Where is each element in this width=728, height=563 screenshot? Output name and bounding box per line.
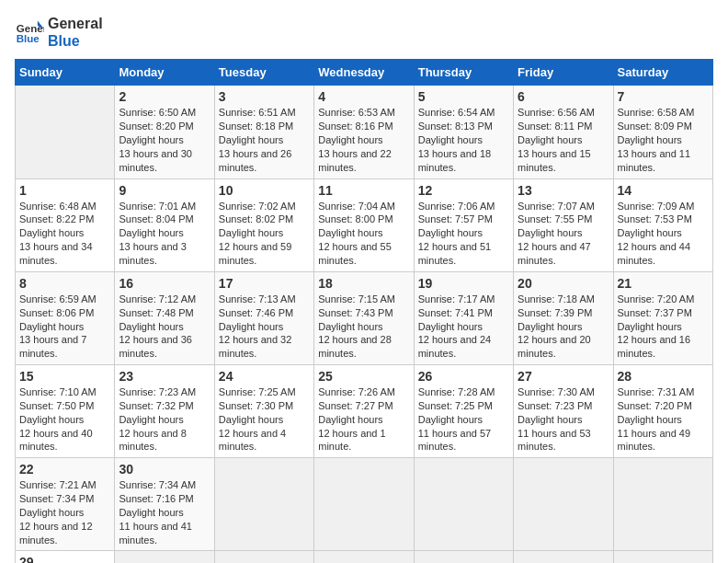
day-number: 11 xyxy=(318,183,409,198)
day-number: 28 xyxy=(618,369,709,384)
weekday-wednesday: Wednesday xyxy=(314,60,414,86)
calendar-row: 1 Sunrise: 6:48 AM Sunset: 8:22 PM Dayli… xyxy=(16,178,713,271)
day-number: 12 xyxy=(418,183,509,198)
sunset-text: Sunset: 7:25 PM xyxy=(418,400,493,411)
sunrise-text: Sunrise: 6:51 AM xyxy=(219,107,296,118)
day-number: 17 xyxy=(219,276,310,291)
daylight-label: Daylight hours xyxy=(318,321,382,332)
empty-cell xyxy=(314,458,414,551)
day-cell-24: 24 Sunrise: 7:25 AM Sunset: 7:30 PM Dayl… xyxy=(214,365,313,458)
weekday-tuesday: Tuesday xyxy=(214,60,313,86)
calendar-header: SundayMondayTuesdayWednesdayThursdayFrid… xyxy=(16,60,713,86)
daylight-label: Daylight hours xyxy=(518,321,582,332)
sunset-text: Sunset: 7:16 PM xyxy=(119,493,193,504)
sunset-text: Sunset: 7:30 PM xyxy=(219,400,293,411)
sunrise-text: Sunrise: 7:20 AM xyxy=(618,293,695,304)
daylight-label: Daylight hours xyxy=(518,414,582,425)
sunset-text: Sunset: 8:09 PM xyxy=(618,121,692,132)
weekday-monday: Monday xyxy=(115,60,214,86)
calendar-row: 8 Sunrise: 6:59 AM Sunset: 8:06 PM Dayli… xyxy=(16,271,713,364)
sunset-text: Sunset: 7:50 PM xyxy=(19,400,94,411)
day-cell-7: 7 Sunrise: 6:58 AM Sunset: 8:09 PM Dayli… xyxy=(613,86,712,178)
daylight-label: Daylight hours xyxy=(219,227,283,238)
day-cell-14: 14 Sunrise: 7:09 AM Sunset: 7:53 PM Dayl… xyxy=(613,178,712,271)
day-cell-3: 3 Sunrise: 6:51 AM Sunset: 8:18 PM Dayli… xyxy=(214,86,313,178)
sunset-text: Sunset: 7:53 PM xyxy=(618,213,692,224)
empty-cell xyxy=(514,458,613,551)
day-cell-19: 19 Sunrise: 7:17 AM Sunset: 7:41 PM Dayl… xyxy=(414,271,513,364)
calendar-row: 15 Sunrise: 7:10 AM Sunset: 7:50 PM Dayl… xyxy=(16,365,713,458)
day-cell-8: 8 Sunrise: 6:59 AM Sunset: 8:06 PM Dayli… xyxy=(16,271,115,364)
sunrise-text: Sunrise: 7:02 AM xyxy=(219,201,296,212)
day-number: 18 xyxy=(318,276,409,291)
sunrise-text: Sunrise: 7:13 AM xyxy=(219,293,296,304)
daylight-duration: 11 hours and 53 minutes. xyxy=(518,428,591,453)
empty-cell xyxy=(314,551,414,563)
calendar-row: 29 Sunrise: 7:33 AM Sunset: 7:18 PM Dayl… xyxy=(16,551,713,563)
daylight-duration: 13 hours and 30 minutes. xyxy=(119,148,192,173)
empty-cell xyxy=(613,551,712,563)
calendar-row: 22 Sunrise: 7:21 AM Sunset: 7:34 PM Dayl… xyxy=(16,458,713,551)
daylight-label: Daylight hours xyxy=(19,227,84,238)
sunrise-text: Sunrise: 6:59 AM xyxy=(19,293,97,304)
weekday-header-row: SundayMondayTuesdayWednesdayThursdayFrid… xyxy=(16,60,713,86)
sunset-text: Sunset: 7:37 PM xyxy=(618,307,692,318)
daylight-duration: 12 hours and 40 minutes. xyxy=(19,428,93,453)
sunset-text: Sunset: 7:48 PM xyxy=(119,307,193,318)
day-cell-15: 15 Sunrise: 7:10 AM Sunset: 7:50 PM Dayl… xyxy=(16,365,115,458)
sunset-text: Sunset: 8:13 PM xyxy=(418,121,493,132)
day-cell-23: 23 Sunrise: 7:23 AM Sunset: 7:32 PM Dayl… xyxy=(115,365,214,458)
day-number: 4 xyxy=(318,89,409,104)
day-number: 27 xyxy=(518,369,609,384)
svg-text:Blue: Blue xyxy=(17,33,40,44)
sunset-text: Sunset: 7:55 PM xyxy=(518,213,592,224)
weekday-thursday: Thursday xyxy=(414,60,513,86)
day-cell-25: 25 Sunrise: 7:26 AM Sunset: 7:27 PM Dayl… xyxy=(314,365,414,458)
daylight-duration: 11 hours and 41 minutes. xyxy=(119,521,192,546)
day-cell-27: 27 Sunrise: 7:30 AM Sunset: 7:23 PM Dayl… xyxy=(514,365,613,458)
day-number: 25 xyxy=(318,369,409,384)
day-number: 19 xyxy=(418,276,509,291)
daylight-duration: 13 hours and 22 minutes. xyxy=(318,148,392,173)
day-number: 2 xyxy=(119,89,210,104)
sunset-text: Sunset: 8:11 PM xyxy=(518,121,592,132)
day-number: 16 xyxy=(119,276,210,291)
sunset-text: Sunset: 8:06 PM xyxy=(19,307,94,318)
day-cell-12: 12 Sunrise: 7:06 AM Sunset: 7:57 PM Dayl… xyxy=(414,178,513,271)
sunrise-text: Sunrise: 7:10 AM xyxy=(19,386,97,397)
day-number: 30 xyxy=(119,462,210,477)
sunrise-text: Sunrise: 6:48 AM xyxy=(19,201,97,212)
day-number: 24 xyxy=(219,369,310,384)
sunrise-text: Sunrise: 7:28 AM xyxy=(418,386,495,397)
day-number: 6 xyxy=(518,89,609,104)
day-cell-6: 6 Sunrise: 6:56 AM Sunset: 8:11 PM Dayli… xyxy=(514,86,613,178)
daylight-duration: 12 hours and 44 minutes. xyxy=(618,241,691,266)
sunset-text: Sunset: 7:57 PM xyxy=(418,213,493,224)
daylight-label: Daylight hours xyxy=(318,134,382,145)
daylight-duration: 13 hours and 7 minutes. xyxy=(19,334,86,359)
daylight-label: Daylight hours xyxy=(119,321,183,332)
logo: General Blue General Blue xyxy=(15,15,103,50)
day-cell-26: 26 Sunrise: 7:28 AM Sunset: 7:25 PM Dayl… xyxy=(414,365,513,458)
sunset-text: Sunset: 8:02 PM xyxy=(219,213,293,224)
daylight-label: Daylight hours xyxy=(618,227,682,238)
daylight-label: Daylight hours xyxy=(618,414,682,425)
day-number: 10 xyxy=(219,183,310,198)
sunrise-text: Sunrise: 7:26 AM xyxy=(318,386,395,397)
daylight-label: Daylight hours xyxy=(318,414,382,425)
day-number: 5 xyxy=(418,89,509,104)
daylight-duration: 12 hours and 8 minutes. xyxy=(119,428,186,453)
day-number: 9 xyxy=(119,183,210,198)
daylight-label: Daylight hours xyxy=(418,134,483,145)
day-cell-11: 11 Sunrise: 7:04 AM Sunset: 8:00 PM Dayl… xyxy=(314,178,414,271)
daylight-label: Daylight hours xyxy=(119,507,183,518)
sunrise-text: Sunrise: 6:58 AM xyxy=(618,107,695,118)
empty-cell xyxy=(414,458,513,551)
day-cell-2: 2 Sunrise: 6:50 AM Sunset: 8:20 PM Dayli… xyxy=(115,86,214,178)
day-cell-21: 21 Sunrise: 7:20 AM Sunset: 7:37 PM Dayl… xyxy=(613,271,712,364)
daylight-label: Daylight hours xyxy=(219,321,283,332)
sunset-text: Sunset: 7:20 PM xyxy=(618,400,692,411)
daylight-duration: 12 hours and 47 minutes. xyxy=(518,241,591,266)
page-header: General Blue General Blue xyxy=(15,15,713,50)
day-cell-16: 16 Sunrise: 7:12 AM Sunset: 7:48 PM Dayl… xyxy=(115,271,214,364)
